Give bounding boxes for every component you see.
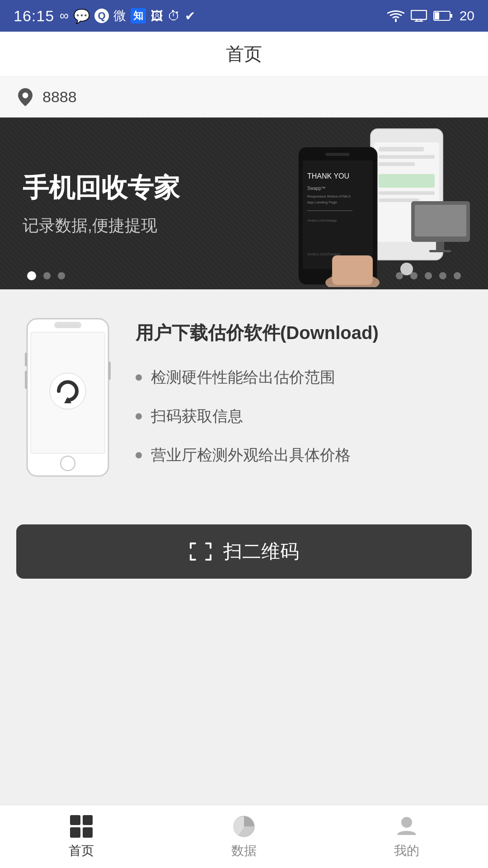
screen-icon: [411, 10, 427, 22]
svg-rect-7: [379, 147, 424, 151]
nav-label-home: 首页: [69, 842, 94, 859]
battery-icon: [433, 10, 453, 22]
svg-rect-26: [332, 255, 373, 285]
status-time: 16:15: [14, 7, 54, 25]
nav-item-data[interactable]: 数据: [163, 805, 325, 868]
check-icon: ✔: [185, 9, 195, 24]
phone-illustration: [23, 316, 113, 479]
banner-image: THANK YOU Swapp™ Responsive Retina HTML5…: [262, 118, 488, 289]
dot-7[interactable]: [439, 272, 446, 279]
dot-3[interactable]: [58, 272, 65, 279]
bullet-3: [136, 452, 142, 458]
grid-cell-2: [83, 815, 93, 826]
user-svg: [394, 814, 419, 839]
location-icon: [16, 88, 34, 106]
info-item-2: 扫码获取信息: [136, 406, 465, 427]
info-item-2-text: 扫码获取信息: [151, 406, 243, 427]
chart-icon: [232, 814, 256, 839]
wifi-icon: [387, 9, 404, 22]
nav-label-profile: 我的: [394, 842, 419, 859]
svg-rect-8: [379, 155, 435, 159]
svg-point-4: [23, 92, 28, 98]
dot-8[interactable]: [454, 272, 461, 279]
nav-item-home[interactable]: 首页: [0, 805, 163, 868]
battery-level: 20: [460, 8, 474, 24]
svg-rect-38: [25, 353, 27, 366]
svg-rect-30: [429, 250, 451, 252]
grid-cell-1: [70, 815, 80, 826]
svg-text:vivaco.com/swapp: vivaco.com/swapp: [307, 218, 337, 222]
banner-title: 手机回收专家: [23, 170, 180, 206]
page-title: 首页: [226, 42, 262, 66]
svg-rect-28: [415, 205, 466, 236]
info-list: 检测硬件性能给出估价范围 扫码获取信息 营业厅检测外观给出具体价格: [136, 367, 465, 466]
grid-cell-4: [83, 827, 93, 838]
svg-rect-9: [379, 162, 415, 166]
dot-2[interactable]: [43, 272, 51, 279]
info-title: 用户下载估价软件(Download): [136, 321, 465, 344]
scan-button-label: 扫二维码: [223, 539, 299, 564]
status-bar: 16:15 ∞ 💬 Q 微 知 🖼 ⏱ ✔: [0, 0, 488, 32]
dots-left: [27, 271, 65, 280]
dot-4[interactable]: [396, 272, 403, 279]
dot-1[interactable]: [27, 271, 36, 280]
scan-qr-button[interactable]: 扫二维码: [16, 524, 472, 579]
banner-phones-svg: THANK YOU Swapp™ Responsive Retina HTML5…: [262, 120, 488, 287]
bottom-nav: 首页 数据 我的: [0, 805, 488, 868]
svg-text:Swapp™: Swapp™: [307, 186, 326, 191]
dot-6[interactable]: [425, 272, 432, 279]
banner: 手机回收专家 记录数据,便捷提现 THANK YOU Swapp™ Respon…: [0, 118, 488, 289]
chart-svg: [232, 814, 256, 839]
status-left: 16:15 ∞ 💬 Q 微 知 🖼 ⏱ ✔: [14, 7, 195, 25]
svg-point-36: [50, 373, 86, 409]
svg-rect-20: [307, 210, 352, 211]
nav-item-profile[interactable]: 我的: [325, 805, 488, 868]
banner-content: 手机回收专家 记录数据,便捷提现: [23, 170, 180, 237]
svg-rect-11: [379, 191, 435, 195]
location-number: 8888: [42, 88, 77, 106]
svg-rect-0: [411, 10, 427, 19]
scan-icon: [189, 542, 212, 561]
qq-icon: Q: [94, 9, 109, 23]
svg-rect-2: [450, 14, 452, 18]
info-item-3: 营业厅检测外观给出具体价格: [136, 445, 465, 466]
svg-rect-35: [56, 325, 79, 327]
bullet-2: [136, 413, 142, 420]
home-icon: [69, 814, 94, 839]
location-bar[interactable]: 8888: [0, 77, 488, 118]
svg-text:App Landing Page: App Landing Page: [307, 200, 337, 204]
grid-icon: [70, 815, 93, 838]
info-section: 用户下载估价软件(Download) 检测硬件性能给出估价范围 扫码获取信息 营…: [0, 289, 488, 506]
info-item-1: 检测硬件性能给出估价范围: [136, 367, 465, 388]
header: 首页: [0, 32, 488, 77]
message-icon: 💬: [73, 8, 90, 24]
weibo-icon: 微: [113, 7, 126, 24]
nav-label-data: 数据: [231, 842, 257, 859]
svg-rect-29: [436, 242, 444, 251]
svg-point-34: [61, 456, 75, 471]
status-right: 20: [387, 8, 474, 24]
info-item-1-text: 检测硬件性能给出估价范围: [151, 367, 335, 388]
info-content: 用户下载估价软件(Download) 检测硬件性能给出估价范围 扫码获取信息 营…: [136, 316, 465, 466]
user-icon: [394, 814, 419, 839]
grid-cell-3: [70, 827, 80, 838]
status-icons: ∞ 💬 Q 微 知 🖼 ⏱ ✔: [60, 7, 195, 24]
svg-rect-10: [379, 174, 435, 188]
bullet-1: [136, 374, 142, 381]
image-icon: 🖼: [150, 9, 163, 24]
dots-right: [396, 271, 461, 280]
svg-rect-39: [25, 371, 27, 389]
svg-text:Responsive Retina HTML5: Responsive Retina HTML5: [307, 194, 351, 198]
banner-dots: [0, 271, 488, 280]
svg-point-42: [401, 817, 412, 828]
svg-text:THANK YOU: THANK YOU: [307, 172, 349, 180]
svg-rect-3: [435, 12, 439, 19]
dot-5[interactable]: [410, 272, 418, 279]
scan-section: 扫二维码: [0, 524, 488, 579]
zhi-icon: 知: [131, 8, 146, 24]
svg-rect-24: [325, 153, 350, 156]
timer-icon: ⏱: [168, 9, 180, 24]
info-item-3-text: 营业厅检测外观给出具体价格: [151, 445, 351, 466]
infinity-icon: ∞: [60, 9, 69, 23]
banner-subtitle: 记录数据,便捷提现: [23, 215, 180, 237]
